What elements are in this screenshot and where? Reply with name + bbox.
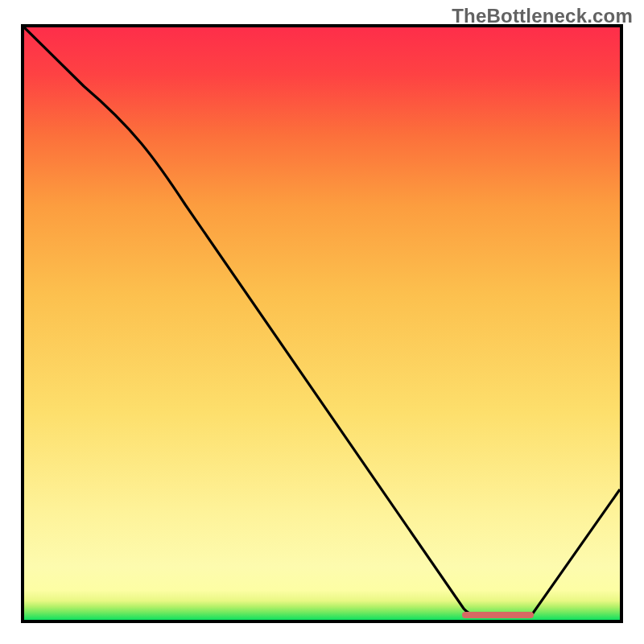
- watermark-text: TheBottleneck.com: [452, 5, 633, 27]
- optimal-range-marker: [462, 612, 534, 618]
- line-layer: [24, 27, 620, 620]
- chart-container: TheBottleneck.com: [0, 0, 644, 644]
- plot-area: [24, 27, 620, 620]
- bottleneck-curve: [24, 27, 620, 617]
- plot-frame: [21, 24, 623, 623]
